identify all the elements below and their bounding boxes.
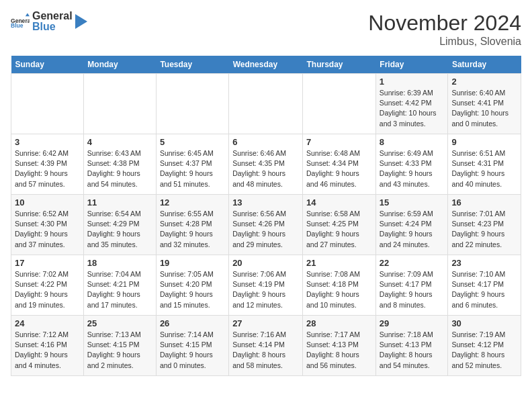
calendar-cell: 25Sunrise: 7:13 AMSunset: 4:15 PMDayligh… [83, 316, 156, 376]
day-info-line: Sunset: 4:14 PM [232, 340, 299, 350]
calendar-cell: 30Sunrise: 7:19 AMSunset: 4:12 PMDayligh… [448, 316, 521, 376]
calendar-cell: 10Sunrise: 6:52 AMSunset: 4:30 PMDayligh… [11, 195, 84, 255]
day-info-line: Sunset: 4:38 PM [87, 158, 152, 169]
calendar-week-row: 1Sunrise: 6:39 AMSunset: 4:42 PMDaylight… [11, 74, 521, 134]
day-number: 5 [160, 137, 225, 147]
calendar-cell: 13Sunrise: 6:56 AMSunset: 4:26 PMDayligh… [229, 195, 303, 255]
location-title: Limbus, Slovenia [368, 36, 521, 48]
day-number: 21 [306, 258, 372, 268]
month-title: November 2024 [368, 11, 521, 36]
header: General Blue General Blue November 2024 … [11, 11, 521, 48]
day-info-line: Sunrise: 6:43 AM [87, 148, 152, 158]
calendar-cell [229, 74, 303, 134]
day-info-line: Daylight: 9 hours and 22 minutes. [451, 229, 517, 249]
calendar-cell: 18Sunrise: 7:04 AMSunset: 4:21 PMDayligh… [83, 255, 156, 316]
calendar-cell: 11Sunrise: 6:54 AMSunset: 4:29 PMDayligh… [83, 195, 156, 255]
day-info-line: Sunrise: 6:52 AM [15, 209, 80, 219]
logo-icon: General Blue [11, 12, 30, 31]
calendar-cell [156, 74, 228, 134]
day-number: 20 [232, 258, 299, 268]
day-info-line: Daylight: 9 hours and 19 minutes. [15, 289, 80, 310]
day-number: 27 [232, 318, 299, 328]
calendar-cell: 20Sunrise: 7:06 AMSunset: 4:19 PMDayligh… [229, 255, 303, 316]
day-info-line: Daylight: 9 hours and 27 minutes. [306, 229, 372, 249]
day-info-line: Sunrise: 6:58 AM [306, 209, 372, 219]
calendar-cell: 14Sunrise: 6:58 AMSunset: 4:25 PMDayligh… [303, 195, 376, 255]
day-number: 14 [306, 197, 372, 208]
day-info-line: Daylight: 9 hours and 35 minutes. [87, 229, 152, 249]
day-info-line: Daylight: 10 hours and 0 minutes. [451, 108, 517, 128]
day-info-line: Sunrise: 7:14 AM [160, 330, 225, 340]
day-number: 26 [160, 318, 225, 328]
day-info-line: Sunrise: 7:17 AM [306, 330, 372, 340]
day-number: 15 [380, 197, 445, 208]
day-info-line: Daylight: 8 hours and 56 minutes. [306, 350, 372, 370]
calendar-cell [11, 74, 84, 134]
calendar-cell: 24Sunrise: 7:12 AMSunset: 4:16 PMDayligh… [11, 316, 84, 376]
calendar-cell: 12Sunrise: 6:55 AMSunset: 4:28 PMDayligh… [156, 195, 228, 255]
day-info-line: Daylight: 8 hours and 54 minutes. [380, 350, 445, 370]
day-number: 30 [451, 318, 517, 328]
day-info-line: Daylight: 9 hours and 48 minutes. [232, 169, 299, 189]
day-info-line: Sunset: 4:22 PM [15, 279, 80, 289]
day-number: 24 [15, 318, 80, 328]
day-info-line: Daylight: 9 hours and 15 minutes. [160, 289, 225, 310]
day-number: 22 [380, 258, 445, 268]
day-info-line: Daylight: 9 hours and 54 minutes. [87, 169, 152, 189]
day-number: 11 [87, 197, 152, 208]
calendar-cell: 23Sunrise: 7:10 AMSunset: 4:17 PMDayligh… [448, 255, 521, 316]
svg-marker-2 [26, 13, 30, 17]
calendar-cell: 29Sunrise: 7:18 AMSunset: 4:13 PMDayligh… [375, 316, 448, 376]
day-info-line: Sunrise: 6:39 AM [380, 88, 445, 98]
day-info-line: Sunrise: 7:08 AM [306, 269, 372, 279]
calendar-cell: 8Sunrise: 6:49 AMSunset: 4:33 PMDaylight… [375, 134, 448, 195]
calendar-cell: 26Sunrise: 7:14 AMSunset: 4:15 PMDayligh… [156, 316, 228, 376]
column-header-saturday: Saturday [448, 56, 521, 74]
day-number: 9 [451, 137, 517, 147]
day-info-line: Sunrise: 6:55 AM [160, 209, 225, 219]
calendar-cell: 5Sunrise: 6:45 AMSunset: 4:37 PMDaylight… [156, 134, 228, 195]
day-number: 12 [160, 197, 225, 208]
day-info-line: Daylight: 9 hours and 37 minutes. [15, 229, 80, 249]
day-info-line: Sunset: 4:21 PM [87, 279, 152, 289]
day-info-line: Sunset: 4:13 PM [380, 340, 445, 350]
day-info-line: Sunrise: 7:18 AM [380, 330, 445, 340]
day-info-line: Sunrise: 6:54 AM [87, 209, 152, 219]
day-number: 6 [232, 137, 299, 147]
day-number: 17 [15, 258, 80, 268]
day-info-line: Sunset: 4:33 PM [380, 158, 445, 169]
calendar-cell: 6Sunrise: 6:46 AMSunset: 4:35 PMDaylight… [229, 134, 303, 195]
calendar-header-row: SundayMondayTuesdayWednesdayThursdayFrid… [11, 56, 521, 74]
column-header-tuesday: Tuesday [156, 56, 228, 74]
day-info-line: Sunrise: 6:49 AM [380, 148, 445, 158]
calendar-cell: 9Sunrise: 6:51 AMSunset: 4:31 PMDaylight… [448, 134, 521, 195]
day-number: 16 [451, 197, 517, 208]
day-number: 1 [380, 77, 445, 87]
column-header-thursday: Thursday [303, 56, 376, 74]
day-info-line: Sunset: 4:15 PM [87, 340, 152, 350]
day-info-line: Daylight: 9 hours and 40 minutes. [451, 169, 517, 189]
day-number: 28 [306, 318, 372, 328]
day-info-line: Sunrise: 6:59 AM [380, 209, 445, 219]
day-info-line: Sunset: 4:39 PM [15, 158, 80, 169]
calendar-cell: 17Sunrise: 7:02 AMSunset: 4:22 PMDayligh… [11, 255, 84, 316]
logo: General Blue General Blue [11, 11, 87, 32]
day-info-line: Sunrise: 6:56 AM [232, 209, 299, 219]
day-info-line: Sunset: 4:24 PM [380, 219, 445, 229]
day-info-line: Sunset: 4:12 PM [451, 340, 517, 350]
column-header-friday: Friday [375, 56, 448, 74]
day-info-line: Daylight: 9 hours and 2 minutes. [87, 350, 152, 370]
column-header-wednesday: Wednesday [229, 56, 303, 74]
calendar-cell: 15Sunrise: 6:59 AMSunset: 4:24 PMDayligh… [375, 195, 448, 255]
day-info-line: Daylight: 9 hours and 24 minutes. [380, 229, 445, 249]
day-info-line: Daylight: 10 hours and 3 minutes. [380, 108, 445, 128]
day-info-line: Sunset: 4:26 PM [232, 219, 299, 229]
day-info-line: Sunrise: 7:12 AM [15, 330, 80, 340]
calendar-cell: 3Sunrise: 6:42 AMSunset: 4:39 PMDaylight… [11, 134, 84, 195]
day-info-line: Sunrise: 7:16 AM [232, 330, 299, 340]
day-info-line: Daylight: 9 hours and 57 minutes. [15, 169, 80, 189]
day-number: 25 [87, 318, 152, 328]
calendar-cell: 16Sunrise: 7:01 AMSunset: 4:23 PMDayligh… [448, 195, 521, 255]
day-number: 23 [451, 258, 517, 268]
day-info-line: Sunrise: 6:45 AM [160, 148, 225, 158]
